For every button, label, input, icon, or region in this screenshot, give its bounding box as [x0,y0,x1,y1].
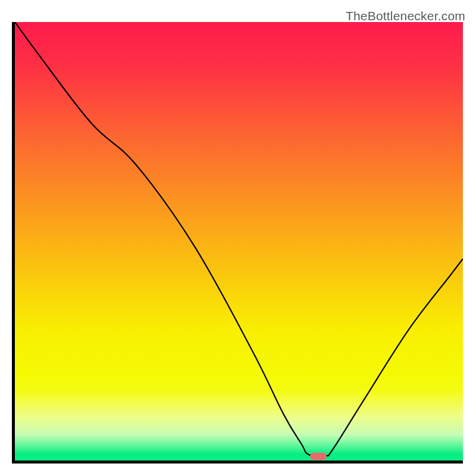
optimal-marker [310,453,327,460]
plot-area [12,22,463,464]
watermark-text: TheBottlenecker.com [346,9,465,23]
chart-stage: TheBottlenecker.com [0,0,476,476]
bottleneck-curve [15,22,463,461]
curve-path [15,22,463,456]
